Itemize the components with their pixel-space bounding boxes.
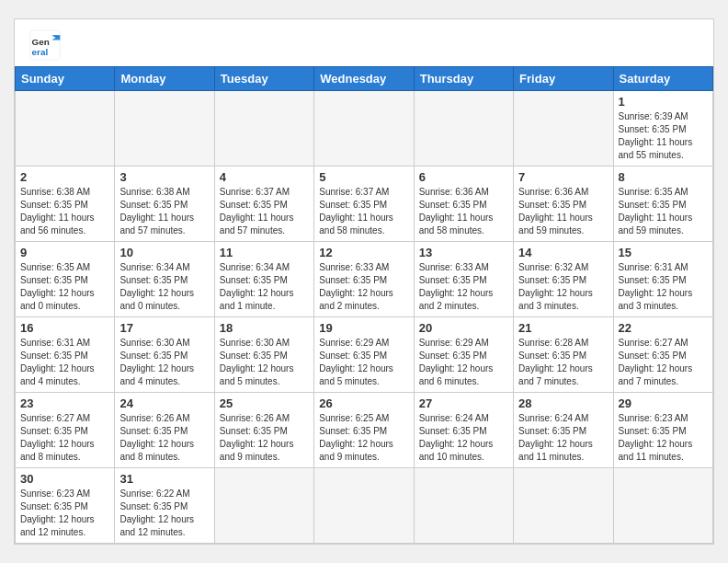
day-number: 20 — [419, 321, 508, 335]
day-info: Sunrise: 6:32 AM Sunset: 6:35 PM Dayligh… — [518, 261, 608, 313]
weekday-header-row: Sunday Monday Tuesday Wednesday Thursday… — [16, 67, 713, 91]
day-info: Sunrise: 6:22 AM Sunset: 6:35 PM Dayligh… — [119, 488, 209, 539]
day-number: 8 — [619, 170, 708, 184]
svg-text:eral: eral — [32, 47, 49, 57]
day-info: Sunrise: 6:31 AM Sunset: 6:35 PM Dayligh… — [20, 337, 109, 388]
calendar-day-cell — [414, 468, 513, 544]
calendar-day-cell: 8Sunrise: 6:35 AM Sunset: 6:35 PM Daylig… — [613, 167, 712, 242]
day-info: Sunrise: 6:34 AM Sunset: 6:35 PM Dayligh… — [220, 261, 309, 313]
day-info: Sunrise: 6:36 AM Sunset: 6:35 PM Dayligh… — [419, 186, 508, 237]
day-info: Sunrise: 6:37 AM Sunset: 6:35 PM Dayligh… — [319, 186, 408, 237]
day-number: 2 — [20, 170, 109, 184]
day-info: Sunrise: 6:26 AM Sunset: 6:35 PM Dayligh… — [220, 412, 309, 464]
header-monday: Monday — [115, 67, 214, 91]
day-number: 4 — [220, 170, 309, 184]
calendar-week-row: 16Sunrise: 6:31 AM Sunset: 6:35 PM Dayli… — [16, 317, 713, 393]
day-number: 6 — [419, 170, 508, 184]
day-info: Sunrise: 6:38 AM Sunset: 6:35 PM Dayligh… — [119, 186, 209, 237]
day-info: Sunrise: 6:24 AM Sunset: 6:35 PM Dayligh… — [419, 412, 508, 464]
day-info: Sunrise: 6:30 AM Sunset: 6:35 PM Dayligh… — [220, 337, 309, 388]
calendar-day-cell: 17Sunrise: 6:30 AM Sunset: 6:35 PM Dayli… — [115, 317, 214, 393]
day-number: 23 — [20, 396, 109, 410]
calendar-day-cell: 14Sunrise: 6:32 AM Sunset: 6:35 PM Dayli… — [514, 242, 613, 317]
day-number: 9 — [20, 246, 109, 259]
calendar-day-cell: 25Sunrise: 6:26 AM Sunset: 6:35 PM Dayli… — [214, 393, 313, 468]
day-number: 16 — [20, 321, 109, 335]
calendar-day-cell: 10Sunrise: 6:34 AM Sunset: 6:35 PM Dayli… — [115, 242, 214, 317]
day-number: 24 — [119, 396, 209, 410]
day-number: 27 — [419, 396, 508, 410]
header-thursday: Thursday — [414, 67, 513, 91]
day-number: 5 — [319, 170, 408, 184]
day-number: 31 — [119, 472, 209, 486]
calendar-week-row: 2Sunrise: 6:38 AM Sunset: 6:35 PM Daylig… — [16, 167, 713, 242]
day-number: 30 — [20, 472, 109, 486]
day-info: Sunrise: 6:31 AM Sunset: 6:35 PM Dayligh… — [619, 261, 708, 313]
calendar-day-cell — [16, 91, 115, 167]
calendar-day-cell: 7Sunrise: 6:36 AM Sunset: 6:35 PM Daylig… — [514, 167, 613, 242]
day-number: 10 — [119, 246, 209, 259]
day-number: 14 — [518, 246, 608, 259]
calendar-day-cell: 28Sunrise: 6:24 AM Sunset: 6:35 PM Dayli… — [514, 393, 613, 468]
day-number: 7 — [518, 170, 608, 184]
day-number: 3 — [119, 170, 209, 184]
calendar-day-cell: 13Sunrise: 6:33 AM Sunset: 6:35 PM Dayli… — [414, 242, 513, 317]
calendar-day-cell: 5Sunrise: 6:37 AM Sunset: 6:35 PM Daylig… — [314, 167, 414, 242]
day-number: 17 — [119, 321, 209, 335]
calendar-day-cell: 20Sunrise: 6:29 AM Sunset: 6:35 PM Dayli… — [414, 317, 513, 393]
calendar-header: Gen eral — [15, 19, 713, 66]
calendar-day-cell — [314, 91, 414, 167]
day-number: 22 — [619, 321, 708, 335]
day-number: 18 — [220, 321, 309, 335]
calendar-day-cell — [514, 468, 613, 544]
header-friday: Friday — [514, 67, 613, 91]
day-number: 29 — [619, 396, 708, 410]
calendar-day-cell — [414, 91, 513, 167]
calendar-day-cell: 22Sunrise: 6:27 AM Sunset: 6:35 PM Dayli… — [613, 317, 712, 393]
header-tuesday: Tuesday — [214, 67, 313, 91]
day-info: Sunrise: 6:28 AM Sunset: 6:35 PM Dayligh… — [518, 337, 608, 388]
calendar-day-cell — [214, 468, 313, 544]
calendar-day-cell — [613, 468, 712, 544]
day-number: 25 — [220, 396, 309, 410]
day-info: Sunrise: 6:33 AM Sunset: 6:35 PM Dayligh… — [419, 261, 508, 313]
day-number: 11 — [220, 246, 309, 259]
day-info: Sunrise: 6:38 AM Sunset: 6:35 PM Dayligh… — [20, 186, 109, 237]
calendar-day-cell: 16Sunrise: 6:31 AM Sunset: 6:35 PM Dayli… — [16, 317, 115, 393]
day-info: Sunrise: 6:36 AM Sunset: 6:35 PM Dayligh… — [518, 186, 608, 237]
day-info: Sunrise: 6:33 AM Sunset: 6:35 PM Dayligh… — [319, 261, 408, 313]
day-number: 13 — [419, 246, 508, 259]
calendar-day-cell: 19Sunrise: 6:29 AM Sunset: 6:35 PM Dayli… — [314, 317, 414, 393]
day-number: 28 — [518, 396, 608, 410]
calendar-day-cell: 26Sunrise: 6:25 AM Sunset: 6:35 PM Dayli… — [314, 393, 414, 468]
header-wednesday: Wednesday — [314, 67, 414, 91]
day-info: Sunrise: 6:29 AM Sunset: 6:35 PM Dayligh… — [419, 337, 508, 388]
calendar-day-cell: 2Sunrise: 6:38 AM Sunset: 6:35 PM Daylig… — [16, 167, 115, 242]
calendar-day-cell: 29Sunrise: 6:23 AM Sunset: 6:35 PM Dayli… — [613, 393, 712, 468]
calendar-week-row: 30Sunrise: 6:23 AM Sunset: 6:35 PM Dayli… — [16, 468, 713, 544]
calendar-day-cell: 12Sunrise: 6:33 AM Sunset: 6:35 PM Dayli… — [314, 242, 414, 317]
day-info: Sunrise: 6:39 AM Sunset: 6:35 PM Dayligh… — [619, 110, 708, 162]
day-info: Sunrise: 6:27 AM Sunset: 6:35 PM Dayligh… — [20, 412, 109, 464]
calendar-week-row: 1Sunrise: 6:39 AM Sunset: 6:35 PM Daylig… — [16, 91, 713, 167]
calendar-day-cell: 18Sunrise: 6:30 AM Sunset: 6:35 PM Dayli… — [214, 317, 313, 393]
calendar-week-row: 9Sunrise: 6:35 AM Sunset: 6:35 PM Daylig… — [16, 242, 713, 317]
day-info: Sunrise: 6:26 AM Sunset: 6:35 PM Dayligh… — [119, 412, 209, 464]
calendar-day-cell: 9Sunrise: 6:35 AM Sunset: 6:35 PM Daylig… — [16, 242, 115, 317]
day-info: Sunrise: 6:37 AM Sunset: 6:35 PM Dayligh… — [220, 186, 309, 237]
day-info: Sunrise: 6:23 AM Sunset: 6:35 PM Dayligh… — [619, 412, 708, 464]
day-number: 12 — [319, 246, 408, 259]
day-number: 26 — [319, 396, 408, 410]
calendar-day-cell — [314, 468, 414, 544]
day-info: Sunrise: 6:23 AM Sunset: 6:35 PM Dayligh… — [20, 488, 109, 539]
day-info: Sunrise: 6:30 AM Sunset: 6:35 PM Dayligh… — [119, 337, 209, 388]
day-info: Sunrise: 6:24 AM Sunset: 6:35 PM Dayligh… — [518, 412, 608, 464]
day-number: 21 — [518, 321, 608, 335]
day-info: Sunrise: 6:35 AM Sunset: 6:35 PM Dayligh… — [20, 261, 109, 313]
day-info: Sunrise: 6:25 AM Sunset: 6:35 PM Dayligh… — [319, 412, 408, 464]
svg-text:Gen: Gen — [32, 37, 50, 47]
calendar-day-cell: 3Sunrise: 6:38 AM Sunset: 6:35 PM Daylig… — [115, 167, 214, 242]
day-number: 1 — [619, 95, 708, 109]
calendar-day-cell: 11Sunrise: 6:34 AM Sunset: 6:35 PM Dayli… — [214, 242, 313, 317]
calendar-day-cell — [514, 91, 613, 167]
